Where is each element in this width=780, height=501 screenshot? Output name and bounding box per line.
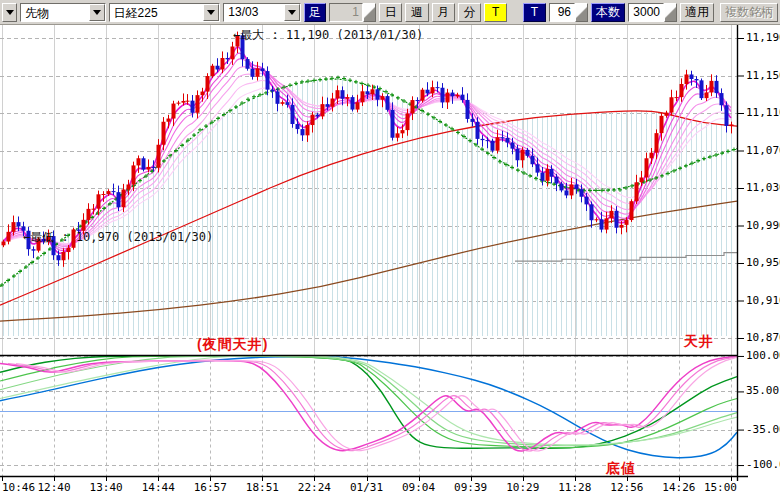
- chevron-down-icon: [207, 10, 215, 15]
- bar-interval-spinner[interactable]: 1: [329, 3, 376, 22]
- count-button[interactable]: 本数: [591, 3, 625, 22]
- time-axis-label: 12:56: [610, 482, 643, 494]
- price-axis-label: 10,950: [746, 257, 780, 269]
- bottom-value-annotation: 底値: [606, 460, 636, 478]
- apply-button[interactable]: 適用: [680, 3, 714, 22]
- time-axis-label: 16:57: [194, 482, 227, 494]
- tick-unit-value[interactable]: 96: [549, 3, 575, 22]
- time-axis-label: 09:04: [402, 482, 435, 494]
- time-axis-label: 14:26: [662, 482, 695, 494]
- contract-month-value: 13/03: [224, 4, 284, 21]
- spin-icon[interactable]: [363, 3, 376, 22]
- chevron-down-icon: [93, 10, 101, 15]
- chevron-down-icon: [6, 10, 14, 15]
- time-axis-label: 13:40: [90, 482, 123, 494]
- spin-icon[interactable]: [664, 3, 677, 22]
- period-day-button[interactable]: 日: [379, 3, 402, 22]
- chart-application-window: 先物 日経225 13/03 足 1 日 週 月 分 T T 96 本数 300: [0, 0, 780, 501]
- contract-month-select[interactable]: 13/03: [223, 3, 301, 22]
- period-tick-button[interactable]: T: [484, 3, 507, 22]
- spin-icon[interactable]: [575, 3, 588, 22]
- oscillator-axis-label: 100.00: [746, 350, 780, 362]
- multi-symbol-button[interactable]: 複数銘柄: [720, 3, 778, 22]
- price-axis-label: 10,990: [746, 220, 780, 232]
- count-value[interactable]: 3000: [628, 3, 664, 22]
- oscillator-axis-label: -100.00: [746, 459, 780, 471]
- night-ceiling-annotation: (夜間天井): [197, 336, 268, 354]
- time-axis-label: 01/31: [350, 482, 383, 494]
- market-select-arrow[interactable]: [89, 4, 105, 21]
- contract-month-arrow[interactable]: [284, 4, 300, 21]
- time-axis-label: 18:51: [246, 482, 279, 494]
- time-axis-label: 14:44: [142, 482, 175, 494]
- chart-area[interactable]: ←最大 : 11,190 (2013/01/30) ←最低 : 10,970 (…: [0, 25, 780, 501]
- time-axis-label: 11:28: [558, 482, 591, 494]
- price-axis-label: 11,150: [746, 70, 780, 82]
- time-axis-label: 15:00: [704, 482, 737, 494]
- count-spinner[interactable]: 3000: [628, 3, 677, 22]
- price-axis-label: 11,070: [746, 145, 780, 157]
- max-price-annotation: ←最大 : 11,190 (2013/01/30): [233, 27, 423, 44]
- period-month-button[interactable]: 月: [432, 3, 455, 22]
- tick-unit-spinner[interactable]: 96: [549, 3, 588, 22]
- time-axis-label: 12:40: [38, 482, 71, 494]
- period-minute-button[interactable]: 分: [458, 3, 481, 22]
- oscillator-axis-label: -35.00: [746, 424, 780, 436]
- time-axis-label: 10:46: [2, 482, 35, 494]
- market-select[interactable]: 先物: [20, 3, 105, 22]
- bar-type-button[interactable]: 足: [304, 3, 326, 22]
- symbol-select[interactable]: 日経225: [109, 3, 221, 22]
- price-axis-label: 10,910: [746, 295, 780, 307]
- period-week-button[interactable]: 週: [405, 3, 428, 22]
- time-axis-label: 22:24: [298, 482, 331, 494]
- price-axis-label: 10,870: [746, 332, 780, 344]
- min-price-annotation: ←最低 : 10,970 (2013/01/30): [23, 229, 213, 246]
- bar-interval-value[interactable]: 1: [329, 3, 363, 22]
- price-axis-label: 11,110: [746, 107, 780, 119]
- history-dropdown-button[interactable]: [2, 3, 17, 22]
- ceiling-annotation: 天井: [684, 333, 714, 351]
- time-axis-label: 09:39: [454, 482, 487, 494]
- market-select-value: 先物: [21, 4, 88, 21]
- time-axis-label: 10:29: [506, 482, 539, 494]
- price-axis-label: 11,190: [746, 32, 780, 44]
- symbol-select-value: 日経225: [110, 4, 204, 21]
- oscillator-axis-label: 35.00: [746, 385, 779, 397]
- price-axis-label: 11,030: [746, 182, 780, 194]
- tick-unit-button[interactable]: T: [523, 3, 546, 22]
- chevron-down-icon: [288, 10, 296, 15]
- symbol-select-arrow[interactable]: [203, 4, 219, 21]
- chart-canvas: [0, 0, 780, 501]
- toolbar: 先物 日経225 13/03 足 1 日 週 月 分 T T 96 本数 300: [0, 0, 780, 25]
